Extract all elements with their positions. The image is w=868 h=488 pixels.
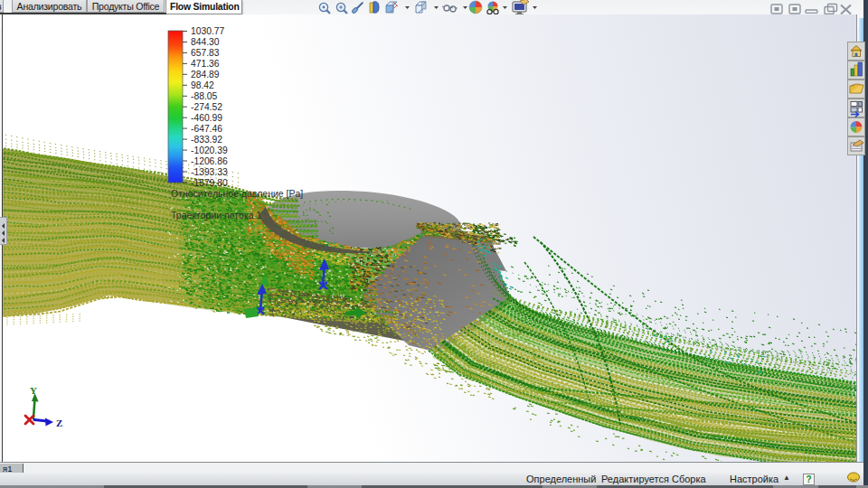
svg-text:-274.52: -274.52 [191,102,222,112]
svg-text:?: ? [807,474,812,484]
svg-text:1030.77: 1030.77 [191,26,224,36]
svg-text:-647.46: -647.46 [191,124,222,134]
svg-text:Z: Z [56,418,62,428]
svg-text:-1020.39: -1020.39 [191,145,228,155]
svg-text:-460.99: -460.99 [191,113,222,123]
svg-text:844.30: 844.30 [191,37,220,47]
svg-text:-1579.80: -1579.80 [191,178,228,188]
svg-text:284.89: 284.89 [191,70,220,80]
svg-text:Траектории потока 1: Траектории потока 1 [171,210,261,221]
svg-text:471.36: 471.36 [191,59,220,69]
svg-text:98.42: 98.42 [191,80,214,90]
svg-text:657.83: 657.83 [191,48,220,58]
svg-text:Y: Y [30,385,37,396]
svg-text:-88.05: -88.05 [191,91,217,101]
svg-text:-1393.33: -1393.33 [191,167,228,177]
svg-text:-833.92: -833.92 [191,135,222,145]
svg-text:Относительное давление [Pa]: Относительное давление [Pa] [171,188,303,199]
svg-text:-1206.86: -1206.86 [191,156,228,166]
